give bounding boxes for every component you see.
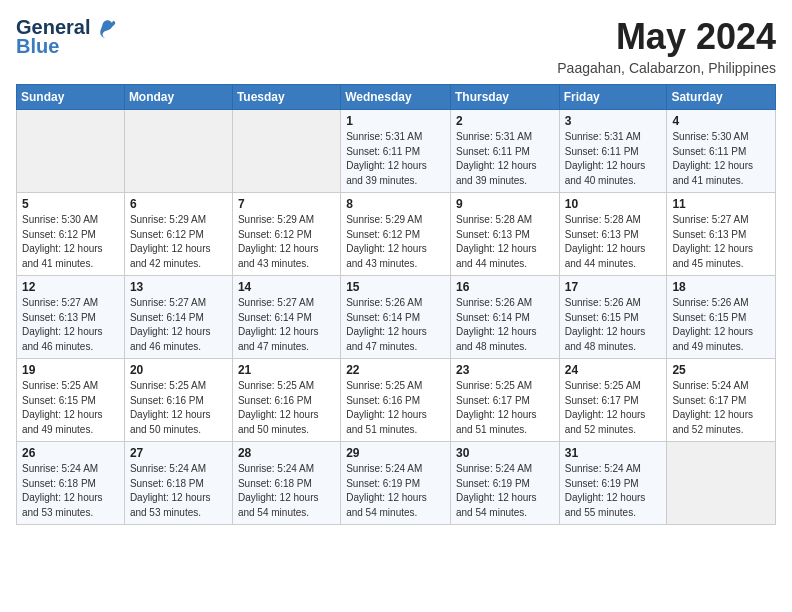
month-title: May 2024 (557, 16, 776, 58)
day-number: 29 (346, 446, 445, 460)
day-number: 10 (565, 197, 662, 211)
day-number: 28 (238, 446, 335, 460)
calendar-cell (232, 110, 340, 193)
day-info: Sunrise: 5:26 AMSunset: 6:15 PMDaylight:… (672, 296, 770, 354)
day-info: Sunrise: 5:28 AMSunset: 6:13 PMDaylight:… (565, 213, 662, 271)
day-number: 7 (238, 197, 335, 211)
calendar-cell: 26Sunrise: 5:24 AMSunset: 6:18 PMDayligh… (17, 442, 125, 525)
calendar-week-row: 1Sunrise: 5:31 AMSunset: 6:11 PMDaylight… (17, 110, 776, 193)
day-number: 18 (672, 280, 770, 294)
calendar-cell: 9Sunrise: 5:28 AMSunset: 6:13 PMDaylight… (450, 193, 559, 276)
day-info: Sunrise: 5:24 AMSunset: 6:19 PMDaylight:… (456, 462, 554, 520)
day-info: Sunrise: 5:26 AMSunset: 6:14 PMDaylight:… (346, 296, 445, 354)
day-number: 5 (22, 197, 119, 211)
calendar-cell: 29Sunrise: 5:24 AMSunset: 6:19 PMDayligh… (341, 442, 451, 525)
day-number: 2 (456, 114, 554, 128)
calendar-cell: 24Sunrise: 5:25 AMSunset: 6:17 PMDayligh… (559, 359, 667, 442)
day-info: Sunrise: 5:31 AMSunset: 6:11 PMDaylight:… (346, 130, 445, 188)
calendar-cell: 27Sunrise: 5:24 AMSunset: 6:18 PMDayligh… (124, 442, 232, 525)
day-number: 19 (22, 363, 119, 377)
calendar-cell: 7Sunrise: 5:29 AMSunset: 6:12 PMDaylight… (232, 193, 340, 276)
day-info: Sunrise: 5:30 AMSunset: 6:11 PMDaylight:… (672, 130, 770, 188)
day-info: Sunrise: 5:24 AMSunset: 6:18 PMDaylight:… (130, 462, 227, 520)
day-of-week-header: Thursday (450, 85, 559, 110)
day-number: 3 (565, 114, 662, 128)
day-info: Sunrise: 5:25 AMSunset: 6:17 PMDaylight:… (565, 379, 662, 437)
calendar-cell: 10Sunrise: 5:28 AMSunset: 6:13 PMDayligh… (559, 193, 667, 276)
day-number: 23 (456, 363, 554, 377)
day-number: 1 (346, 114, 445, 128)
day-of-week-header: Tuesday (232, 85, 340, 110)
calendar-week-row: 26Sunrise: 5:24 AMSunset: 6:18 PMDayligh… (17, 442, 776, 525)
calendar-table: SundayMondayTuesdayWednesdayThursdayFrid… (16, 84, 776, 525)
calendar-cell: 6Sunrise: 5:29 AMSunset: 6:12 PMDaylight… (124, 193, 232, 276)
day-info: Sunrise: 5:25 AMSunset: 6:16 PMDaylight:… (346, 379, 445, 437)
day-info: Sunrise: 5:31 AMSunset: 6:11 PMDaylight:… (456, 130, 554, 188)
day-number: 11 (672, 197, 770, 211)
calendar-week-row: 12Sunrise: 5:27 AMSunset: 6:13 PMDayligh… (17, 276, 776, 359)
day-info: Sunrise: 5:24 AMSunset: 6:17 PMDaylight:… (672, 379, 770, 437)
day-info: Sunrise: 5:24 AMSunset: 6:18 PMDaylight:… (238, 462, 335, 520)
day-number: 6 (130, 197, 227, 211)
day-info: Sunrise: 5:27 AMSunset: 6:13 PMDaylight:… (22, 296, 119, 354)
day-info: Sunrise: 5:29 AMSunset: 6:12 PMDaylight:… (238, 213, 335, 271)
day-info: Sunrise: 5:27 AMSunset: 6:14 PMDaylight:… (130, 296, 227, 354)
day-info: Sunrise: 5:27 AMSunset: 6:13 PMDaylight:… (672, 213, 770, 271)
calendar-cell: 21Sunrise: 5:25 AMSunset: 6:16 PMDayligh… (232, 359, 340, 442)
logo-blue-text: Blue (16, 35, 59, 58)
day-info: Sunrise: 5:25 AMSunset: 6:16 PMDaylight:… (238, 379, 335, 437)
day-info: Sunrise: 5:31 AMSunset: 6:11 PMDaylight:… (565, 130, 662, 188)
calendar-cell: 19Sunrise: 5:25 AMSunset: 6:15 PMDayligh… (17, 359, 125, 442)
calendar-cell: 30Sunrise: 5:24 AMSunset: 6:19 PMDayligh… (450, 442, 559, 525)
day-of-week-header: Sunday (17, 85, 125, 110)
calendar-cell: 17Sunrise: 5:26 AMSunset: 6:15 PMDayligh… (559, 276, 667, 359)
day-info: Sunrise: 5:24 AMSunset: 6:18 PMDaylight:… (22, 462, 119, 520)
day-number: 14 (238, 280, 335, 294)
day-number: 30 (456, 446, 554, 460)
day-info: Sunrise: 5:29 AMSunset: 6:12 PMDaylight:… (130, 213, 227, 271)
day-info: Sunrise: 5:29 AMSunset: 6:12 PMDaylight:… (346, 213, 445, 271)
calendar-cell: 16Sunrise: 5:26 AMSunset: 6:14 PMDayligh… (450, 276, 559, 359)
day-info: Sunrise: 5:28 AMSunset: 6:13 PMDaylight:… (456, 213, 554, 271)
day-number: 16 (456, 280, 554, 294)
calendar-cell: 15Sunrise: 5:26 AMSunset: 6:14 PMDayligh… (341, 276, 451, 359)
calendar-cell (124, 110, 232, 193)
day-info: Sunrise: 5:25 AMSunset: 6:16 PMDaylight:… (130, 379, 227, 437)
calendar-cell: 4Sunrise: 5:30 AMSunset: 6:11 PMDaylight… (667, 110, 776, 193)
day-info: Sunrise: 5:25 AMSunset: 6:17 PMDaylight:… (456, 379, 554, 437)
day-number: 8 (346, 197, 445, 211)
logo-bird-icon (94, 17, 116, 39)
calendar-cell: 3Sunrise: 5:31 AMSunset: 6:11 PMDaylight… (559, 110, 667, 193)
calendar-cell: 12Sunrise: 5:27 AMSunset: 6:13 PMDayligh… (17, 276, 125, 359)
calendar-cell: 11Sunrise: 5:27 AMSunset: 6:13 PMDayligh… (667, 193, 776, 276)
day-info: Sunrise: 5:25 AMSunset: 6:15 PMDaylight:… (22, 379, 119, 437)
logo: General Blue (16, 16, 116, 58)
page-header: General Blue May 2024 Paagahan, Calabarz… (16, 16, 776, 76)
day-number: 15 (346, 280, 445, 294)
calendar-cell: 28Sunrise: 5:24 AMSunset: 6:18 PMDayligh… (232, 442, 340, 525)
day-of-week-header: Saturday (667, 85, 776, 110)
day-info: Sunrise: 5:24 AMSunset: 6:19 PMDaylight:… (346, 462, 445, 520)
calendar-week-row: 19Sunrise: 5:25 AMSunset: 6:15 PMDayligh… (17, 359, 776, 442)
day-info: Sunrise: 5:27 AMSunset: 6:14 PMDaylight:… (238, 296, 335, 354)
calendar-cell: 22Sunrise: 5:25 AMSunset: 6:16 PMDayligh… (341, 359, 451, 442)
day-number: 20 (130, 363, 227, 377)
calendar-cell: 8Sunrise: 5:29 AMSunset: 6:12 PMDaylight… (341, 193, 451, 276)
day-number: 31 (565, 446, 662, 460)
calendar-cell (667, 442, 776, 525)
location-subtitle: Paagahan, Calabarzon, Philippines (557, 60, 776, 76)
day-number: 17 (565, 280, 662, 294)
calendar-cell: 1Sunrise: 5:31 AMSunset: 6:11 PMDaylight… (341, 110, 451, 193)
day-of-week-header: Monday (124, 85, 232, 110)
day-number: 22 (346, 363, 445, 377)
title-area: May 2024 Paagahan, Calabarzon, Philippin… (557, 16, 776, 76)
calendar-cell: 31Sunrise: 5:24 AMSunset: 6:19 PMDayligh… (559, 442, 667, 525)
day-number: 27 (130, 446, 227, 460)
calendar-cell: 2Sunrise: 5:31 AMSunset: 6:11 PMDaylight… (450, 110, 559, 193)
day-number: 9 (456, 197, 554, 211)
day-number: 4 (672, 114, 770, 128)
day-info: Sunrise: 5:26 AMSunset: 6:15 PMDaylight:… (565, 296, 662, 354)
day-info: Sunrise: 5:26 AMSunset: 6:14 PMDaylight:… (456, 296, 554, 354)
calendar-cell: 23Sunrise: 5:25 AMSunset: 6:17 PMDayligh… (450, 359, 559, 442)
calendar-cell: 18Sunrise: 5:26 AMSunset: 6:15 PMDayligh… (667, 276, 776, 359)
